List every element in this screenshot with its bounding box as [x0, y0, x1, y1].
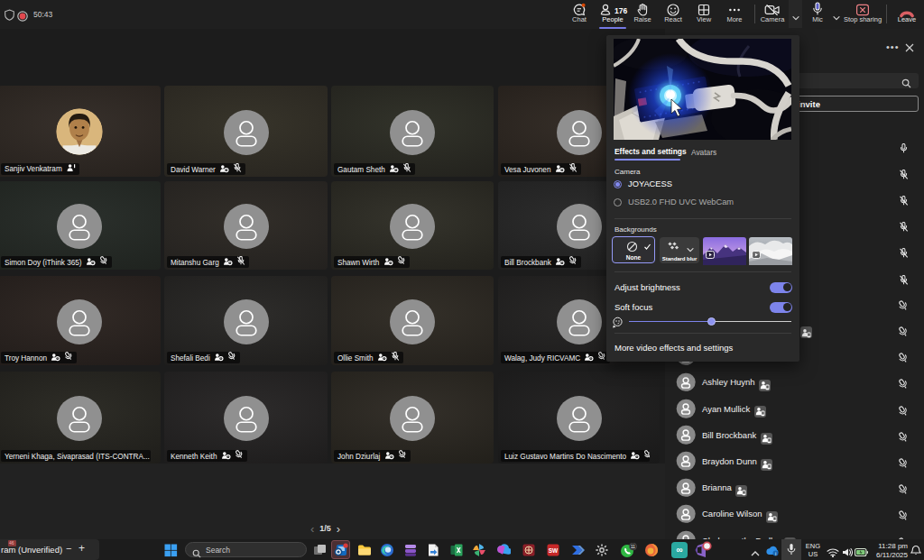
svg-text:i: i — [775, 551, 776, 556]
svg-text:SW: SW — [549, 547, 559, 554]
svg-text:11: 11 — [631, 545, 635, 549]
